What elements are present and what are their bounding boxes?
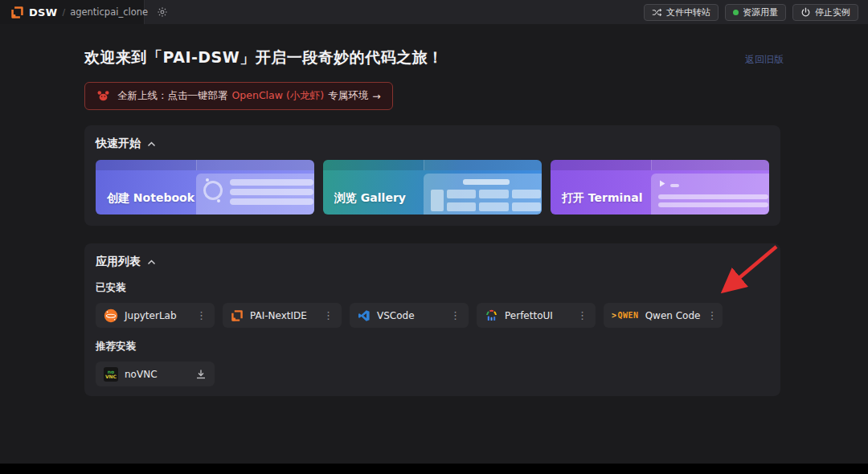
openclaw-promo-banner[interactable]: 全新上线：点击一键部署 OpenClaw (小龙虾) 专属环境 → [84,82,393,110]
dsw-welcome-page: DSW / agenticpai_clone 文件中转站 [0,0,868,474]
perfetto-icon [485,309,498,322]
banner-highlight: OpenClaw (小龙虾) [232,89,325,103]
recommended-apps-row: no VNC noVNC [96,362,769,386]
app-tile-novnc[interactable]: no VNC noVNC [96,362,215,386]
installed-section-label: 已安装 [96,281,769,295]
app-tile-jupyterlab[interactable]: JupyterLab ⋮ [96,303,215,328]
top-bar: DSW / agenticpai_clone 文件中转站 [0,0,868,24]
create-notebook-card[interactable]: 创建 Notebook [96,160,314,215]
installed-apps-row: JupyterLab ⋮ PAI-NextIDE ⋮ [96,303,769,328]
create-notebook-label: 创建 Notebook [107,191,194,206]
app-name: noVNC [125,369,158,380]
app-tile-vscode[interactable]: VSCode ⋮ [350,303,469,328]
jupyter-icon [104,309,118,323]
kebab-menu-icon[interactable]: ⋮ [706,310,717,321]
app-list-panel: 应用列表 已安装 JupyterLab ⋮ [84,243,780,396]
stop-instance-label: 停止实例 [815,6,850,18]
download-icon[interactable] [195,369,207,380]
kebab-menu-icon[interactable]: ⋮ [323,310,334,321]
novnc-icon: no VNC [104,367,118,382]
app-tile-qwen-code[interactable]: > QWEN Qwen Code ⋮ [604,303,723,328]
file-transfer-button[interactable]: 文件中转站 [644,4,719,21]
instance-name: agenticpai_clone [70,6,148,18]
topbar-actions: 文件中转站 资源用量 停止实例 [145,4,868,21]
app-tile-pai-nextide[interactable]: PAI-NextIDE ⋮ [223,303,342,328]
file-transfer-label: 文件中转站 [666,6,710,18]
banner-suffix: 专属环境 [328,89,368,103]
resource-usage-button[interactable]: 资源用量 [725,4,786,21]
card-titlebar-mock [96,160,314,170]
kebab-menu-icon[interactable]: ⋮ [450,310,461,321]
card-titlebar-mock [551,160,769,170]
app-tile-perfettoui[interactable]: PerfettoUI ⋮ [477,303,596,328]
chevron-up-icon[interactable] [147,259,156,265]
notebook-mockup [196,174,314,215]
kebab-menu-icon[interactable]: ⋮ [196,310,207,321]
app-name: PAI-NextIDE [250,310,307,321]
brand-title: DSW [29,6,57,18]
quick-start-title: 快速开始 [96,137,141,151]
gallery-mockup [424,174,542,215]
banner-arrow-icon: → [372,90,380,102]
banner-text: 全新上线：点击一键部署 OpenClaw (小龙虾) 专属环境 → [117,89,381,103]
browse-gallery-label: 浏览 Gallery [334,191,406,206]
quick-start-header[interactable]: 快速开始 [96,137,769,151]
app-name: VSCode [377,310,415,321]
card-titlebar-mock [323,160,542,170]
pai-logo-icon [231,309,244,322]
pai-logo-icon [10,6,24,19]
terminal-mockup [651,174,769,215]
quick-start-panel: 快速开始 创建 Notebook [84,125,780,226]
open-terminal-label: 打开 Terminal [562,191,643,206]
browse-gallery-card[interactable]: 浏览 Gallery [323,160,542,215]
vscode-icon [358,309,371,322]
qwen-logo-icon: > QWEN [612,311,639,320]
quick-start-cards: 创建 Notebook 浏览 Gallery [96,160,769,215]
breadcrumb: DSW / agenticpai_clone [0,0,145,24]
status-dot-icon [733,10,739,15]
app-list-header[interactable]: 应用列表 [96,255,769,269]
app-name: JupyterLab [125,310,177,321]
bottom-black-strip [0,464,868,474]
breadcrumb-separator: / [62,7,65,18]
open-terminal-card[interactable]: 打开 Terminal [551,160,769,215]
stop-instance-button[interactable]: 停止实例 [792,4,858,21]
page-title: 欢迎来到「PAI-DSW」开启一段奇妙的代码之旅！ [84,47,444,68]
chevron-up-icon[interactable] [147,141,156,147]
lobster-icon [96,89,110,103]
legacy-version-link[interactable]: 返回旧版 [745,53,784,67]
power-icon [800,7,811,18]
terminal-prompt-icon [658,178,667,189]
jupyter-watermark-icon [203,181,223,200]
app-name: PerfettoUI [505,310,553,321]
app-name: Qwen Code [645,310,701,321]
recommended-section-label: 推荐安装 [96,340,769,353]
banner-prefix: 全新上线：点击一键部署 [117,89,228,103]
app-list-title: 应用列表 [96,255,141,269]
resource-usage-label: 资源用量 [743,6,778,18]
transfer-icon [652,7,662,18]
kebab-menu-icon[interactable]: ⋮ [577,310,588,321]
red-arrow-annotation [0,0,868,474]
